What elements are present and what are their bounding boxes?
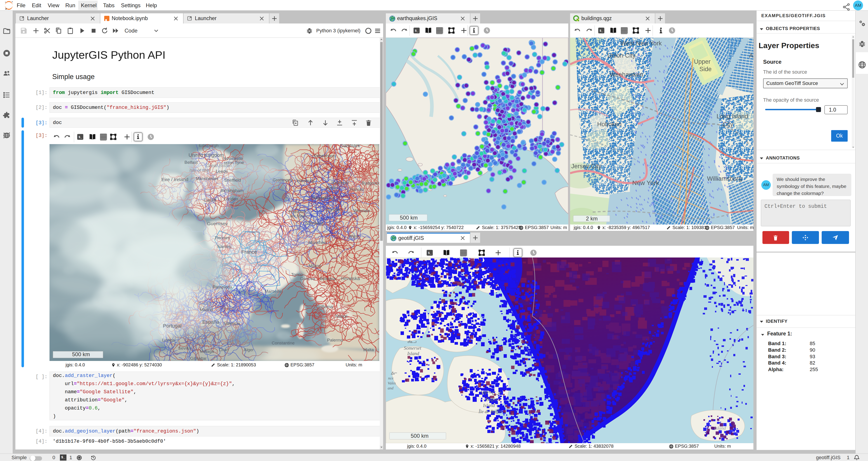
svg-text:Gibraltar: Gibraltar (190, 356, 207, 361)
svg-text:Lisboa: Lisboa (162, 338, 175, 342)
svg-text:Hoboken: Hoboken (597, 121, 622, 128)
svg-text:Island: Island (714, 425, 726, 431)
svg-text:United Kingdom: United Kingdom (188, 152, 224, 158)
svg-text:Malta: Malta (363, 348, 374, 352)
svg-text:As: As (749, 52, 753, 59)
svg-text:Genova: Genova (300, 276, 315, 281)
svg-text:$_: $_ (415, 29, 418, 33)
svg-text:ᐃᓕ: ᐃᓕ (391, 371, 397, 375)
svg-text:Rennes: Rennes (215, 235, 230, 240)
svg-text:Poznań: Poznań (349, 187, 364, 192)
svg-text:Groningen: Groningen (273, 177, 293, 182)
svg-text:500 km: 500 km (72, 351, 90, 357)
svg-text:Edinburgh: Edinburgh (199, 144, 219, 148)
svg-text:Great Britain: Great Britain (206, 163, 231, 168)
svg-text:Berlin: Berlin (327, 185, 338, 190)
svg-text:Constantine: Constantine (272, 340, 294, 345)
svg-text:Milano: Milano (309, 263, 321, 268)
svg-text:Hrvatska: Hrvatska (341, 276, 360, 281)
svg-text:y León: y León (199, 305, 213, 310)
svg-text:Eire / Ireland: Eire / Ireland (161, 177, 188, 182)
svg-text:Long Island: Long Island (717, 113, 748, 120)
svg-text:London: London (224, 197, 238, 201)
svg-text:Île de Baffin: Île de Baffin (478, 409, 502, 414)
svg-text:München: München (309, 240, 326, 245)
svg-text:Marseille: Marseille (265, 289, 282, 294)
svg-text:Bydgoszcz: Bydgoszcz (362, 181, 379, 186)
svg-text:500 km: 500 km (411, 433, 429, 439)
svg-text:$_: $_ (600, 29, 603, 33)
svg-text:nce: nce (388, 376, 394, 381)
svg-text:Magdeburg: Magdeburg (312, 195, 334, 200)
svg-text:Birmingham: Birmingham (221, 188, 243, 193)
svg-text:Valencia: Valencia (224, 321, 240, 326)
svg-text:West New York: West New York (620, 40, 662, 47)
svg-text:France: France (241, 249, 257, 255)
svg-text:Szczecin: Szczecin (331, 180, 348, 185)
svg-text:Williamsburg: Williamsburg (707, 175, 742, 182)
svg-text:Vales: Vales (388, 381, 396, 385)
svg-text:and: and (388, 386, 394, 390)
svg-text:Alger: Alger (244, 348, 254, 352)
svg-text:Andalucía: Andalucía (193, 340, 213, 345)
svg-text:Bologna: Bologna (320, 276, 336, 281)
svg-text:$_: $_ (428, 252, 432, 255)
svg-text:$_: $_ (79, 135, 82, 139)
svg-text:Sevilla: Sevilla (178, 346, 191, 351)
svg-text:Pamplona: Pamplona (213, 285, 232, 289)
svg-text:Isle of Man: Isle of Man (189, 168, 211, 172)
svg-text:España: España (202, 319, 219, 325)
svg-text:500 km: 500 km (400, 215, 418, 221)
svg-text:ᑯᓇᓗ: ᑯᓇᓗ (407, 339, 416, 344)
svg-text:Dresden: Dresden (326, 207, 342, 212)
svg-text:Leeds: Leeds (216, 169, 228, 174)
svg-text:Portugal: Portugal (163, 323, 182, 329)
svg-text:Island -: Island - (483, 403, 498, 408)
svg-text:Side: Side (700, 66, 712, 72)
svg-text:Aragón: Aragón (222, 306, 236, 310)
svg-text:Oran: Oran (219, 348, 228, 352)
svg-text:Upper: Upper (694, 58, 711, 65)
svg-text:Danmark: Danmark (340, 144, 360, 149)
svg-text:2 km: 2 km (586, 216, 598, 222)
svg-text:Málaga: Málaga (200, 349, 214, 354)
svg-text:Somerset: Somerset (404, 345, 422, 351)
svg-text:Nürnberg: Nürnberg (305, 221, 323, 225)
svg-text:Island: Island (407, 351, 419, 356)
svg-text:Hamburg: Hamburg (297, 178, 314, 183)
svg-text:Palermo: Palermo (327, 338, 343, 342)
svg-text:- Baffin: - Baffin (483, 397, 498, 402)
svg-text:Guernsey: Guernsey (207, 221, 228, 226)
svg-text:Wrocław: Wrocław (353, 208, 370, 213)
svg-text:City: City (723, 121, 733, 128)
svg-text:Union City: Union City (608, 52, 636, 59)
svg-text:Belfast: Belfast (184, 160, 198, 165)
svg-text:Nantes: Nantes (217, 244, 231, 249)
svg-text:am Main: am Main (289, 213, 306, 218)
svg-text:Roma: Roma (321, 304, 333, 309)
svg-text:Wien: Wien (349, 234, 359, 238)
svg-text:Sheffield: Sheffield (224, 178, 241, 183)
svg-text:Napoli: Napoli (335, 314, 347, 319)
svg-text:New York: New York (632, 179, 659, 186)
svg-text:Jersey City: Jersey City (571, 163, 601, 170)
svg-text:Manchester: Manchester (196, 176, 218, 181)
svg-text:København: København (313, 153, 336, 158)
svg-text:Weehawken: Weehawken (610, 71, 643, 78)
svg-text:Cardiff: Cardiff (204, 198, 216, 203)
svg-text:ᕿᑭᖅᑖᓗᒃ: ᕿᑭᖅᑖᓗᒃ (480, 390, 502, 396)
